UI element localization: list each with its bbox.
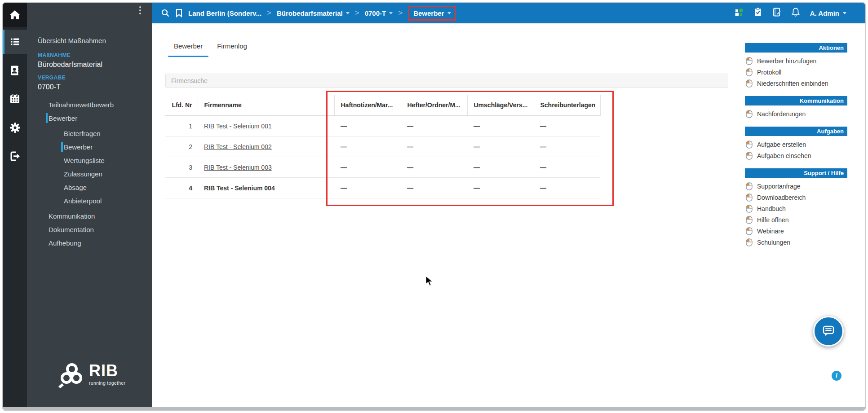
column-header-2[interactable]: Firmenname	[198, 95, 334, 116]
company-link[interactable]: RIB Test - Selenium 003	[204, 164, 272, 171]
panel-action-niederschriften-einbinden[interactable]: Niederschriften einbinden	[745, 78, 847, 89]
sidebar-item-dokumentation[interactable]: Dokumentation	[27, 223, 152, 236]
breadcrumb-item-1[interactable]: Land Berlin (Sonderv...	[188, 9, 261, 17]
vergabe-label: VERGABE	[38, 75, 66, 81]
column-header-1[interactable]: Lfd. Nr	[165, 95, 198, 116]
panel-action-nachforderungen[interactable]: Nachforderungen	[745, 108, 847, 119]
rib-logo-knot-icon	[58, 362, 84, 388]
logout-icon[interactable]	[3, 144, 27, 168]
breadcrumb-item-4[interactable]: Bewerber	[408, 6, 456, 21]
chevron-down-icon	[346, 12, 350, 14]
sidebar-item-bewerber[interactable]: Bewerber	[27, 111, 152, 125]
mouse-click-icon	[746, 57, 753, 65]
bottom-scrollbar[interactable]	[3, 407, 865, 410]
mouse-click-icon	[746, 205, 753, 213]
panel-action-hilfe-öffnen[interactable]: Hilfe öffnen	[745, 214, 847, 225]
apps-grid-icon[interactable]	[734, 8, 744, 19]
column-header-5[interactable]: Umschläge/Vers...	[467, 95, 534, 116]
panel-action-aufgaben-einsehen[interactable]: Aufgaben einsehen	[745, 150, 847, 161]
user-menu[interactable]: A. Admin	[810, 9, 846, 17]
vergabe-value: 0700-T	[38, 83, 61, 91]
company-link[interactable]: RIB Test - Selenium 004	[204, 185, 275, 192]
sidebar-kebab-menu-icon[interactable]	[139, 6, 142, 14]
sidebar-tree: TeilnahmewettbewerbBewerberBieterfragenB…	[27, 98, 152, 250]
sidebar-item-label: Teilnahmewettbewerb	[49, 101, 114, 109]
table-row: 1RIB Test - Selenium 001————	[165, 116, 600, 136]
mouse-click-icon	[746, 182, 753, 190]
sidebar-item-kommunikation[interactable]: Kommunikation	[27, 209, 152, 223]
breadcrumb-label: Land Berlin (Sonderv...	[188, 9, 261, 17]
panel-section-support-hilfe: Support / HilfeSupportanfrageDownloadber…	[745, 168, 847, 248]
clipboard-check-icon[interactable]	[753, 7, 762, 19]
panel-action-downloadbereich[interactable]: Downloadbereich	[745, 192, 847, 203]
breadcrumb-item-3[interactable]: 0700-T	[365, 9, 393, 17]
search-icon[interactable]	[161, 9, 170, 18]
panel-action-label: Hilfe öffnen	[757, 216, 789, 224]
chat-button[interactable]	[813, 316, 844, 347]
column-header-3[interactable]: Haftnotizen/Mar...	[334, 95, 401, 116]
info-button[interactable]: i	[832, 371, 841, 381]
column-header-4[interactable]: Hefter/Ordner/M...	[401, 95, 467, 116]
sidebar-item-overview[interactable]: Übersicht Maßnahmen	[38, 37, 106, 44]
sidebar-item-wertungsliste[interactable]: Wertungsliste	[27, 154, 152, 167]
sidebar-item-label: Wertungsliste	[64, 157, 105, 164]
panel-action-webinare[interactable]: Webinare	[745, 225, 847, 237]
tab-bewerber[interactable]: Bewerber	[168, 42, 208, 57]
breadcrumb-label: Bürobedarfsmaterial	[277, 9, 343, 17]
panel-action-label: Handbuch	[757, 205, 786, 212]
home-icon[interactable]	[3, 3, 27, 27]
cell-lfd-nr: 2	[165, 136, 198, 157]
chevron-down-icon	[843, 12, 846, 14]
sidebar-item-zulassungen[interactable]: Zulassungen	[27, 167, 152, 180]
topbar: Land Berlin (Sonderv...>Bürobedarfsmater…	[152, 3, 865, 23]
cell-value: —	[534, 136, 600, 157]
cell-value: —	[334, 178, 401, 198]
breadcrumb-label: 0700-T	[365, 9, 386, 17]
panel-action-supportanfrage[interactable]: Supportanfrage	[745, 180, 847, 192]
cell-value: —	[334, 157, 401, 178]
sidebar-item-absage[interactable]: Absage	[27, 180, 152, 194]
panel-section-title: Support / Hilfe	[745, 168, 847, 178]
panel-action-label: Protokoll	[757, 69, 781, 76]
sidebar-item-label: Bewerber	[64, 143, 93, 151]
sidebar-item-label: Absage	[64, 184, 87, 191]
company-link[interactable]: RIB Test - Selenium 002	[204, 143, 272, 150]
tab-firmenlog[interactable]: Firmenlog	[211, 42, 253, 57]
cell-value: —	[401, 136, 467, 157]
sidebar-item-aufhebung[interactable]: Aufhebung	[27, 236, 152, 250]
breadcrumb-separator: >	[267, 9, 271, 18]
cell-value: —	[467, 116, 534, 136]
panel-action-bewerber-hinzufügen[interactable]: Bewerber hinzufügen	[745, 55, 847, 66]
panel-action-aufgabe-erstellen[interactable]: Aufgabe erstellen	[745, 139, 847, 150]
sidebar-item-anbieterpool[interactable]: Anbieterpool	[27, 194, 152, 207]
gear-icon[interactable]	[3, 115, 27, 140]
cell-value: —	[534, 157, 600, 178]
panel-action-protokoll[interactable]: Protokoll	[745, 66, 847, 78]
sidebar-item-bewerber[interactable]: Bewerber	[27, 140, 152, 154]
sidebar-item-bieterfragen[interactable]: Bieterfragen	[27, 127, 152, 140]
sidebar-item-label: Bieterfragen	[64, 130, 101, 137]
company-link[interactable]: RIB Test - Selenium 001	[204, 123, 272, 130]
sidebar-item-label: Kommunikation	[49, 212, 95, 220]
sidebar-item-label: Bewerber	[49, 114, 77, 122]
mouse-click-icon	[746, 141, 753, 149]
tab-bar: Bewerber Firmenlog	[168, 42, 256, 57]
journal-edit-icon[interactable]	[772, 7, 781, 19]
sidebar-item-teilnahmewettbewerb[interactable]: Teilnahmewettbewerb	[27, 98, 152, 111]
contacts-icon[interactable]	[3, 58, 27, 83]
panel-action-schulungen[interactable]: Schulungen	[745, 237, 847, 248]
bell-icon[interactable]	[791, 7, 800, 19]
panel-section-kommunikation: KommunikationNachforderungen	[745, 96, 847, 119]
list-icon[interactable]	[3, 30, 27, 54]
mouse-click-icon	[746, 193, 753, 202]
panel-action-handbuch[interactable]: Handbuch	[745, 203, 847, 214]
search-input[interactable]	[165, 74, 728, 88]
rib-logo: RIB running together	[58, 362, 125, 388]
bewerber-table: Lfd. NrFirmennameHaftnotizen/Mar...Hefte…	[165, 95, 601, 198]
bookmark-icon[interactable]	[175, 9, 183, 18]
breadcrumb-item-2[interactable]: Bürobedarfsmaterial	[277, 9, 350, 17]
column-header-6[interactable]: Schreibunterlagen	[534, 95, 600, 116]
cell-value: —	[401, 157, 467, 178]
cell-lfd-nr: 4	[165, 178, 198, 198]
calendar-icon[interactable]	[3, 87, 27, 111]
